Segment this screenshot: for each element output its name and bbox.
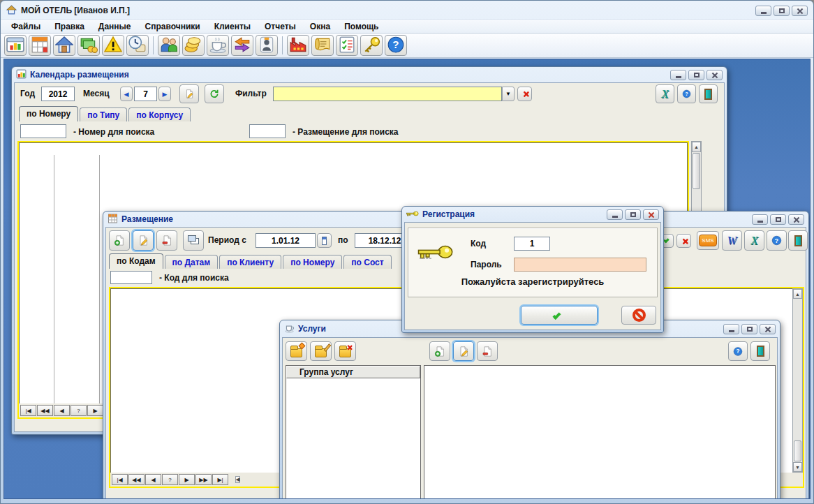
placement-cancel-button[interactable] [676, 234, 691, 248]
registration-close-button[interactable] [643, 209, 659, 220]
login-button[interactable] [521, 306, 598, 325]
placement-tab-3[interactable]: по Номеру [283, 255, 342, 269]
services-help-button[interactable]: ? [728, 341, 748, 361]
toolbar-button-clients[interactable] [158, 35, 180, 56]
filter-input[interactable] [273, 87, 502, 101]
period-from-picker-button[interactable] [317, 233, 332, 248]
calendar-export-excel-button[interactable]: X [656, 84, 674, 103]
password-input[interactable] [514, 258, 646, 272]
group-edit-button[interactable] [310, 341, 332, 361]
placement-search-input[interactable] [249, 124, 286, 138]
placement-nav-button-4[interactable]: ▶ [179, 474, 195, 485]
group-column-header[interactable]: Группа услуг [286, 366, 420, 378]
toolbar-button-transfer-arrows[interactable] [231, 35, 253, 56]
month-prev-button[interactable]: ◀ [120, 87, 133, 101]
placement-tab-2[interactable]: по Клиенту [219, 255, 281, 269]
toolbar-button-key[interactable] [360, 35, 383, 56]
placement-vscrollbar[interactable]: ▲ ▼ [792, 288, 803, 473]
calendar-tab-0[interactable]: по Номеру [19, 106, 78, 121]
scroll-up-icon[interactable]: ▲ [692, 142, 701, 152]
scroll-thumb[interactable] [794, 440, 801, 461]
services-close-button[interactable] [760, 324, 776, 334]
placement-tab-1[interactable]: по Датам [165, 255, 219, 269]
placement-minimize-button[interactable] [752, 214, 768, 225]
month-input[interactable] [134, 87, 157, 101]
toolbar-button-services-cup[interactable] [207, 35, 229, 56]
menu-item-7[interactable]: Помощь [338, 20, 385, 33]
placement-exit-button[interactable] [788, 230, 808, 251]
toolbar-button-warning[interactable] [102, 35, 124, 56]
toolbar-button-home[interactable] [53, 35, 75, 56]
placement-nav-button-1[interactable]: ◀◀ [128, 474, 145, 485]
menu-item-4[interactable]: Клиенты [208, 20, 257, 33]
placement-nav-button-3[interactable]: ? [162, 474, 178, 485]
services-maximize-button[interactable] [741, 324, 757, 334]
service-edit-button[interactable] [453, 341, 474, 361]
main-minimize-button[interactable] [755, 6, 771, 16]
main-titlebar[interactable]: МОЙ ОТЕЛЬ [Иванов И.П.] [1, 1, 813, 19]
calendar-nav-button-3[interactable]: ? [71, 405, 87, 416]
group-delete-button[interactable] [334, 341, 356, 361]
calendar-nav-button-1[interactable]: ◀◀ [37, 405, 53, 416]
scroll-left-icon[interactable]: ◀ [235, 476, 240, 483]
calendar-nav-button-4[interactable]: ▶ [87, 405, 103, 416]
toolbar-button-factory[interactable] [287, 35, 309, 56]
calendar-close-button[interactable] [706, 70, 723, 80]
service-delete-button[interactable] [477, 341, 498, 361]
placement-nav-button-6[interactable]: ▶| [212, 474, 228, 485]
services-minimize-button[interactable] [723, 324, 739, 334]
toolbar-button-placement-grid[interactable] [29, 35, 51, 56]
placement-close-button[interactable] [788, 214, 804, 225]
menu-item-6[interactable]: Окна [304, 20, 336, 33]
main-close-button[interactable] [792, 6, 808, 16]
placement-tab-4[interactable]: по Сост [343, 255, 391, 269]
period-from-input[interactable] [256, 233, 316, 248]
menu-item-1[interactable]: Правка [48, 20, 91, 33]
placement-nav-button-2[interactable]: ◀ [145, 474, 161, 485]
placement-excel-button[interactable]: X [744, 230, 764, 251]
calendar-edit-button[interactable] [179, 84, 199, 103]
placement-delete-button[interactable] [156, 230, 177, 251]
placement-word-button[interactable]: W [722, 230, 742, 251]
menu-item-5[interactable]: Отчеты [258, 20, 302, 33]
toolbar-button-checklist[interactable] [336, 35, 358, 56]
calendar-maximize-button[interactable] [688, 70, 704, 80]
scroll-thumb[interactable] [693, 153, 700, 189]
toolbar-button-money[interactable] [77, 35, 100, 56]
placement-add-button[interactable] [109, 230, 130, 251]
main-maximize-button[interactable] [774, 6, 790, 16]
registration-titlebar[interactable]: Регистрация [402, 207, 663, 222]
year-input[interactable] [41, 87, 75, 101]
menu-item-3[interactable]: Справочники [139, 20, 207, 33]
calendar-exit-button[interactable] [699, 84, 718, 103]
cancel-button[interactable] [621, 306, 656, 325]
placement-help-button[interactable]: ? [767, 230, 787, 251]
scroll-down-icon[interactable]: ▼ [793, 462, 802, 472]
toolbar-button-scroll[interactable] [311, 35, 334, 56]
placement-edit-button[interactable] [133, 230, 154, 251]
service-add-button[interactable] [429, 341, 450, 361]
toolbar-button-coins[interactable] [182, 35, 205, 56]
code-input[interactable] [514, 237, 550, 251]
placement-maximize-button[interactable] [770, 214, 786, 225]
calendar-refresh-button[interactable] [205, 84, 224, 103]
room-search-input[interactable] [20, 124, 66, 138]
code-search-input[interactable] [110, 271, 152, 284]
scroll-up-icon[interactable]: ▲ [793, 289, 802, 299]
calendar-minimize-button[interactable] [670, 70, 686, 80]
registration-minimize-button[interactable] [607, 209, 623, 220]
placement-nav-button-5[interactable]: ▶▶ [195, 474, 212, 485]
toolbar-button-help[interactable]: ? [385, 35, 407, 56]
menu-item-2[interactable]: Данные [92, 20, 138, 33]
placement-tab-0[interactable]: по Кодам [109, 253, 163, 269]
services-exit-button[interactable] [750, 341, 770, 361]
calendar-tab-2[interactable]: по Корпусу [128, 108, 191, 121]
menu-item-0[interactable]: Файлы [5, 20, 47, 33]
calendar-tab-1[interactable]: по Типу [80, 108, 127, 121]
calendar-nav-button-2[interactable]: ◀ [54, 405, 70, 416]
calendar-titlebar[interactable]: Календарь размещения [12, 67, 727, 82]
placement-sms-button[interactable]: SMS [697, 231, 719, 250]
toolbar-button-person[interactable] [256, 35, 278, 56]
toolbar-button-report-chart[interactable] [4, 35, 27, 56]
calendar-help-button[interactable]: ? [677, 84, 696, 103]
